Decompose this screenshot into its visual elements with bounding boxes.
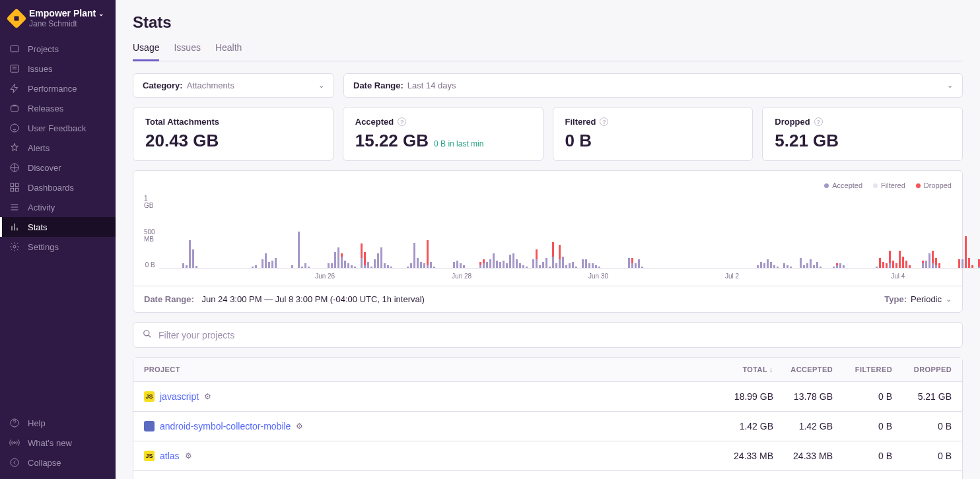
chart-bar[interactable] — [638, 259, 640, 268]
chart-bar[interactable] — [760, 262, 762, 268]
chart-bar[interactable] — [380, 247, 382, 268]
sidebar-item-stats[interactable]: Stats — [0, 217, 116, 237]
chart-bar[interactable] — [790, 267, 792, 268]
sidebar-item-discover[interactable]: Discover — [0, 158, 116, 177]
chart-bar[interactable] — [344, 261, 346, 268]
sidebar-item-whats-new[interactable]: What's new — [0, 433, 116, 453]
sidebar-item-performance[interactable]: Performance — [0, 79, 116, 98]
chart-bar[interactable] — [902, 257, 904, 269]
sidebar-item-user-feedback[interactable]: User Feedback — [0, 118, 116, 138]
chart-bar[interactable] — [189, 240, 191, 268]
gear-icon[interactable]: ⚙ — [296, 422, 303, 431]
chart-bar[interactable] — [460, 263, 462, 268]
chart-bar[interactable] — [582, 259, 584, 268]
chart-bar[interactable] — [905, 261, 907, 268]
chart-bar[interactable] — [503, 261, 505, 268]
chart-bar[interactable] — [483, 259, 485, 268]
legend-accepted[interactable]: Accepted — [824, 181, 862, 189]
chart-bar[interactable] — [361, 243, 363, 268]
chart-bar[interactable] — [364, 252, 366, 268]
chart-bar[interactable] — [519, 263, 521, 268]
chart-bar[interactable] — [767, 259, 769, 268]
chart-bar[interactable] — [585, 259, 587, 268]
chart-bar[interactable] — [532, 259, 534, 268]
chart-bar[interactable] — [509, 255, 511, 268]
chart-bar[interactable] — [889, 251, 891, 268]
chart-bar[interactable] — [516, 259, 518, 268]
chart-bar[interactable] — [545, 258, 547, 268]
chart-bar[interactable] — [463, 265, 465, 268]
chart-bar[interactable] — [417, 258, 419, 268]
chart-bar[interactable] — [810, 259, 812, 268]
chart-bar[interactable] — [427, 240, 429, 268]
sidebar-item-releases[interactable]: Releases — [0, 98, 116, 118]
chart-bar[interactable] — [820, 267, 822, 268]
chart-bar[interactable] — [265, 253, 267, 268]
info-icon[interactable]: ? — [600, 117, 608, 126]
chart-bar[interactable] — [341, 253, 343, 268]
chart-bar[interactable] — [562, 257, 564, 269]
chart-bar[interactable] — [763, 263, 765, 268]
chart-bar[interactable] — [595, 265, 597, 268]
info-icon[interactable]: ? — [398, 117, 406, 126]
chart-bar[interactable] — [978, 259, 980, 268]
th-total[interactable]: TOTAL↓ — [714, 366, 773, 373]
chart-bar[interactable] — [598, 267, 600, 268]
chart-bar[interactable] — [803, 265, 805, 268]
chart-bar[interactable] — [526, 267, 528, 268]
sidebar-item-help[interactable]: Help — [0, 413, 116, 433]
chart-bar[interactable] — [542, 262, 544, 268]
chart-bar[interactable] — [876, 267, 878, 268]
chart-bar[interactable] — [195, 266, 197, 268]
chart-bar[interactable] — [971, 265, 973, 268]
chart-bar[interactable] — [456, 261, 458, 268]
chart-bar[interactable] — [522, 265, 524, 268]
chart-bar[interactable] — [925, 261, 927, 268]
chart-bar[interactable] — [182, 263, 184, 268]
th-project[interactable]: PROJECT — [144, 366, 714, 373]
chart-bar[interactable] — [275, 258, 277, 268]
chart-bar[interactable] — [252, 267, 254, 268]
project-link[interactable]: atlas — [160, 451, 180, 461]
chart-bar[interactable] — [783, 263, 785, 268]
chart-bar[interactable] — [304, 263, 306, 268]
chart-bar[interactable] — [886, 263, 888, 268]
chart-bar[interactable] — [384, 263, 386, 268]
chart-bar[interactable] — [928, 253, 930, 268]
th-accepted[interactable]: ACCEPTED — [773, 366, 833, 373]
chart-bar[interactable] — [549, 267, 551, 268]
chart-bar[interactable] — [839, 263, 841, 268]
chart-bar[interactable] — [962, 259, 963, 268]
chart-bar[interactable] — [592, 263, 594, 268]
chart-bar[interactable] — [882, 262, 884, 268]
chart-bar[interactable] — [291, 265, 293, 268]
chart-bar[interactable] — [479, 262, 481, 268]
chart-bar[interactable] — [390, 267, 392, 268]
chart-bar[interactable] — [895, 263, 897, 268]
th-dropped[interactable]: DROPPED — [892, 366, 952, 373]
chart-bar[interactable] — [374, 259, 376, 268]
chart-bar[interactable] — [337, 247, 339, 268]
project-link[interactable]: android-symbol-collector-mobile — [160, 421, 291, 431]
org-switcher[interactable]: Empower Plant⌄ Jane Schmidt — [0, 0, 116, 35]
chart-bar[interactable] — [407, 267, 409, 268]
chart-bar[interactable] — [635, 263, 637, 268]
chart-bar[interactable] — [387, 265, 389, 268]
sidebar-item-alerts[interactable]: Alerts — [0, 138, 116, 158]
project-search[interactable] — [133, 322, 963, 348]
chart-bar[interactable] — [787, 265, 788, 268]
chart-bar[interactable] — [575, 267, 577, 268]
chart-bar[interactable] — [334, 252, 336, 268]
category-filter[interactable]: Category: Attachments ⌄ — [133, 73, 334, 98]
chart-bar[interactable] — [892, 261, 894, 268]
chart-bar[interactable] — [539, 265, 541, 268]
chart-bar[interactable] — [512, 253, 514, 268]
search-input[interactable] — [158, 330, 953, 340]
chart-bar[interactable] — [777, 267, 779, 268]
chart-bar[interactable] — [899, 251, 901, 268]
chart-bar[interactable] — [836, 263, 838, 268]
chart-bar[interactable] — [420, 262, 422, 268]
chart-bar[interactable] — [773, 265, 775, 268]
chart-bar[interactable] — [932, 251, 934, 268]
chart-bar[interactable] — [493, 253, 495, 268]
